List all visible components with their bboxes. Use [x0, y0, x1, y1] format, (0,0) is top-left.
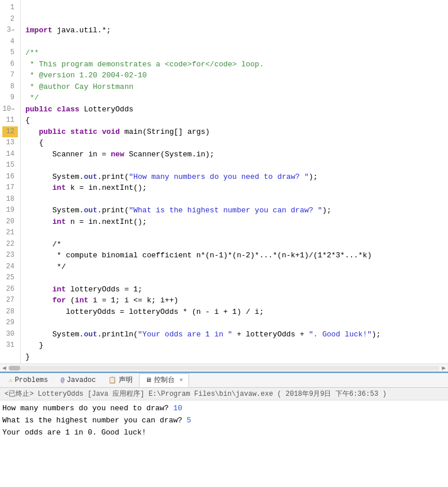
code-line-31 — [25, 362, 443, 364]
line-number-11: 11 — [2, 115, 18, 126]
line-number-14: 14 — [2, 149, 18, 160]
code-line-22: */ — [25, 261, 443, 273]
line-number-7: 7 — [2, 70, 18, 81]
line-number-28: 28 — [2, 306, 18, 318]
code-line-9: { — [25, 115, 443, 126]
line-number-31: 31 — [2, 340, 18, 351]
line-number-15: 15 — [2, 160, 18, 171]
code-line-8: public class LotteryOdds — [25, 104, 443, 115]
code-line-1: import java.util.*; — [25, 25, 443, 36]
tab-close-icon[interactable]: ✕ — [179, 374, 183, 386]
line-number-18: 18 — [2, 194, 18, 205]
line-number-16: 16 — [2, 171, 18, 183]
bottom-panel: ⚠Problems@Javadoc📋声明🖥控制台✕ <已终止> LotteryO… — [0, 372, 448, 480]
line-number-19: 19 — [2, 205, 18, 216]
console-status-bar: <已终止> LotteryOdds [Java 应用程序] E:\Program… — [0, 388, 448, 400]
line-number-13: 13 — [2, 137, 18, 149]
line-number-22: 22 — [2, 239, 18, 250]
code-line-18: int n = in.nextInt(); — [25, 216, 443, 228]
code-line-16 — [25, 194, 443, 205]
code-line-5: * @version 1.20 2004-02-10 — [25, 70, 443, 81]
code-line-7: */ — [25, 92, 443, 104]
tab-javadoc[interactable]: @Javadoc — [54, 373, 102, 387]
line-number-23: 23 — [2, 250, 18, 261]
code-line-6: * @author Cay Horstmann — [25, 81, 443, 93]
code-content[interactable]: import java.util.*; /** * This program d… — [21, 0, 448, 364]
line-number-30: 30 — [2, 329, 18, 340]
code-line-10: public static void main(String[] args) — [25, 126, 443, 138]
code-line-15: int k = in.nextInt(); — [25, 182, 443, 194]
line-number-3: 3⇒ — [2, 25, 18, 36]
tab-label-3: 控制台 — [154, 374, 175, 386]
tab-bar: ⚠Problems@Javadoc📋声明🖥控制台✕ — [0, 373, 448, 388]
tab-声明[interactable]: 📋声明 — [102, 373, 139, 387]
line-numbers: 123⇒45678910⇒111213141516171819202122232… — [0, 0, 21, 364]
tab-icon-3: 🖥 — [145, 374, 152, 386]
tab-label-0: Problems — [15, 374, 48, 386]
code-line-3: /** — [25, 47, 443, 59]
tab-label-2: 声明 — [119, 374, 133, 386]
line-number-26: 26 — [2, 284, 18, 295]
code-line-17: System.out.print("What is the highest nu… — [25, 205, 443, 216]
line-number-10: 10⇒ — [2, 104, 18, 115]
code-line-24: int lotteryOdds = 1; — [25, 284, 443, 295]
editor-area: 123⇒45678910⇒111213141516171819202122232… — [0, 0, 448, 364]
line-number-21: 21 — [2, 227, 18, 239]
line-number-29: 29 — [2, 317, 18, 329]
tab-label-1: Javadoc — [67, 374, 96, 386]
horizontal-scrollbar[interactable]: ◀ ▶ — [0, 364, 448, 372]
line-number-20: 20 — [2, 216, 18, 228]
tab-icon-1: @ — [61, 374, 65, 386]
console-line: What is the highest number you can draw?… — [2, 415, 446, 427]
code-line-28: System.out.println("Your odds are 1 in "… — [25, 329, 443, 340]
code-line-20: /* — [25, 239, 443, 250]
code-line-14: System.out.print("How many numbers do yo… — [25, 171, 443, 183]
line-number-27: 27 — [2, 295, 18, 306]
code-line-19 — [25, 227, 443, 239]
tab-problems[interactable]: ⚠Problems — [2, 373, 54, 387]
console-line: How many numbers do you need to draw? 10 — [2, 403, 446, 415]
code-line-29: } — [25, 340, 443, 351]
code-line-4: * This program demonstrates a <code>for<… — [25, 59, 443, 70]
line-number-2: 2 — [2, 14, 18, 25]
line-number-12: 12 — [2, 126, 18, 138]
tab-icon-2: 📋 — [108, 374, 116, 386]
line-number-25: 25 — [2, 272, 18, 284]
line-number-8: 8 — [2, 81, 18, 93]
line-number-4: 4 — [2, 36, 18, 48]
code-line-23 — [25, 272, 443, 284]
code-line-27 — [25, 317, 443, 329]
tab-icon-0: ⚠ — [9, 374, 13, 386]
console-highlight: 5 — [187, 416, 191, 425]
line-number-1: 1 — [2, 2, 18, 14]
code-line-12: Scanner in = new Scanner(System.in); — [25, 149, 443, 160]
line-number-9: 9 — [2, 92, 18, 104]
console-highlight: 10 — [173, 404, 182, 413]
code-line-25: for (int i = 1; i <= k; i++) — [25, 295, 443, 306]
line-number-24: 24 — [2, 261, 18, 273]
code-line-11: { — [25, 137, 443, 149]
line-number-5: 5 — [2, 47, 18, 59]
console-line: Your odds are 1 in 0. Good luck! — [2, 427, 446, 439]
line-number-17: 17 — [2, 182, 18, 194]
code-line-26: lotteryOdds = lotteryOdds * (n - i + 1) … — [25, 306, 443, 318]
code-line-2 — [25, 36, 443, 48]
console-output: How many numbers do you need to draw? 10… — [0, 400, 448, 441]
line-number-6: 6 — [2, 59, 18, 70]
code-line-30: } — [25, 351, 443, 363]
code-line-21: * compute binomial coefficient n*(n-1)*(… — [25, 250, 443, 261]
tab-控制台[interactable]: 🖥控制台✕ — [139, 373, 189, 387]
code-line-13 — [25, 160, 443, 171]
